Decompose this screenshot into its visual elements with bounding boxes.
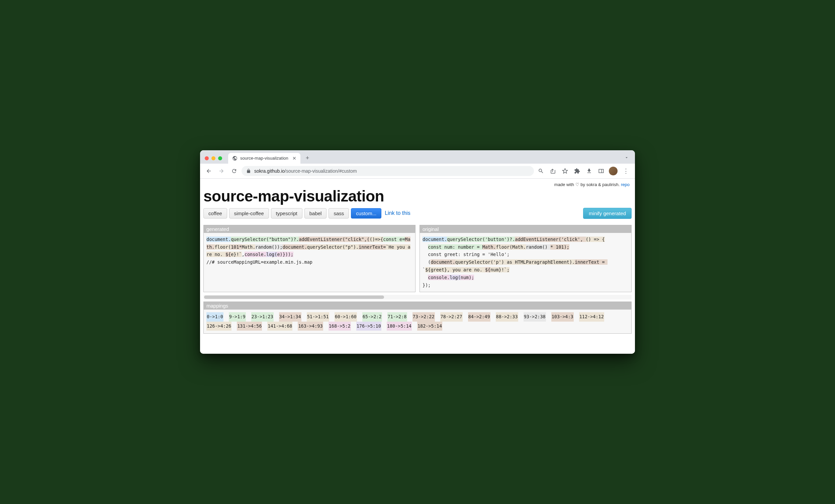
scrollbar-thumb[interactable] <box>204 296 384 299</box>
code-segment[interactable]: document. <box>430 259 455 265</box>
code-segment[interactable]: log( <box>266 252 277 257</box>
window-close-button[interactable] <box>205 156 209 160</box>
mapping-token[interactable]: 88->2:33 <box>496 312 518 322</box>
mapping-token[interactable]: 182->5:14 <box>417 322 442 331</box>
search-button[interactable] <box>536 166 546 176</box>
code-segment[interactable]: querySelector('button')?. <box>447 237 515 242</box>
nav-reload-button[interactable] <box>229 166 240 176</box>
code-segment[interactable]: num); <box>461 275 474 280</box>
code-segment[interactable]: console. <box>428 275 450 280</box>
code-segment[interactable]: 101* <box>231 244 242 250</box>
code-segment[interactable]: document. <box>206 237 231 242</box>
mapping-token[interactable]: 71->2:8 <box>387 312 407 322</box>
mapping-token[interactable]: 180->5:14 <box>387 322 412 331</box>
nav-back-button[interactable] <box>203 166 214 176</box>
mapping-token[interactable]: 34->1:34 <box>279 312 301 322</box>
code-segment[interactable]: Math. <box>242 244 256 250</box>
mapping-token[interactable]: 112->4:12 <box>579 312 604 322</box>
code-segment[interactable]: document. <box>283 244 307 250</box>
mapping-token[interactable]: 126->4:26 <box>206 322 231 331</box>
minify-generated-button[interactable]: minify generated <box>583 208 632 219</box>
code-segment[interactable]: querySelector("p"). <box>307 244 359 250</box>
code-segment[interactable]: innerText= <box>359 244 386 250</box>
code-segment[interactable]: Math. <box>483 244 496 250</box>
code-segment[interactable]: Math. <box>512 244 526 250</box>
mapping-token[interactable]: 65->2:2 <box>362 312 382 322</box>
side-panel-button[interactable] <box>596 166 606 176</box>
code-segment[interactable]: () => { <box>586 237 605 242</box>
nav-forward-button[interactable] <box>216 166 227 176</box>
code-segment[interactable]: }); <box>423 282 430 288</box>
code-segment[interactable] <box>423 275 428 280</box>
preset-typescript-button[interactable]: typescript <box>271 208 302 219</box>
mapping-token[interactable]: 163->4:93 <box>298 322 323 331</box>
lock-icon <box>246 169 251 173</box>
preset-simple-coffee-button[interactable]: simple-coffee <box>229 208 269 219</box>
code-segment[interactable]: ${ <box>225 252 231 257</box>
avatar[interactable] <box>609 167 617 175</box>
code-segment[interactable]: floor( <box>496 244 512 250</box>
code-segment[interactable] <box>423 244 428 250</box>
mapping-token[interactable]: 168->5:2 <box>328 322 351 331</box>
mapping-token[interactable]: 93->2:38 <box>524 312 546 322</box>
code-segment[interactable]: ${greet}, you are no. <box>425 267 485 273</box>
new-tab-button[interactable]: + <box>303 153 312 163</box>
mappings-list[interactable]: 0->1:09->1:923->1:2334->1:3451->1:5160->… <box>204 309 631 333</box>
mapping-token[interactable]: 78->2:27 <box>440 312 463 322</box>
mapping-token[interactable]: 103->4:3 <box>551 312 574 322</box>
tab-list-chevron[interactable] <box>622 154 632 163</box>
code-segment[interactable]: floor( <box>215 244 231 250</box>
extensions-button[interactable] <box>572 166 582 176</box>
address-bar-row: sokra.github.io/source-map-visualization… <box>200 164 635 179</box>
code-segment[interactable]: e}!` <box>231 252 242 257</box>
mapping-token[interactable]: 51->1:51 <box>307 312 329 322</box>
preset-coffee-button[interactable]: coffee <box>203 208 227 219</box>
code-segment[interactable]: e)})); <box>277 252 293 257</box>
mapping-token[interactable]: 23->1:23 <box>251 312 274 322</box>
code-segment[interactable]: log( <box>450 275 461 280</box>
address-bar[interactable]: sokra.github.io/source-map-visualization… <box>242 166 534 176</box>
mapping-token[interactable]: 60->1:60 <box>334 312 357 322</box>
mapping-token[interactable]: 141->4:68 <box>267 322 292 331</box>
code-segment[interactable]: , <box>242 252 245 257</box>
code-segment[interactable]: ${ <box>485 267 490 273</box>
code-segment[interactable]: ()=>{ <box>370 237 383 242</box>
link-to-this[interactable]: Link to this <box>385 210 410 216</box>
mapping-token[interactable]: 73->2:22 <box>412 312 435 322</box>
code-segment[interactable]: addEventListener("click",( <box>299 237 369 242</box>
browser-menu-button[interactable]: ⋮ <box>620 167 632 175</box>
preset-babel-button[interactable]: babel <box>304 208 327 219</box>
code-segment[interactable]: num}!`; <box>490 267 509 273</box>
code-segment[interactable]: querySelector("button")?. <box>231 237 299 242</box>
code-segment[interactable]: console. <box>245 252 266 257</box>
browser-tab[interactable]: source-map-visualization ✕ <box>228 153 300 164</box>
code-segment[interactable]: const num: number = <box>428 244 483 250</box>
code-segment[interactable]: document. <box>423 237 447 242</box>
mapping-token[interactable]: 84->2:49 <box>468 312 490 322</box>
mapping-token[interactable]: 0->1:0 <box>206 312 223 322</box>
code-segment[interactable]: innerText = <box>575 259 608 265</box>
close-icon[interactable]: ✕ <box>292 156 297 161</box>
downloads-button[interactable] <box>584 166 594 176</box>
mapping-token[interactable]: 131->4:56 <box>237 322 262 331</box>
code-segment[interactable]: random()); <box>255 244 282 250</box>
horizontal-scrollbar[interactable] <box>203 295 632 300</box>
mapping-token[interactable]: 176->5:10 <box>356 322 381 331</box>
code-segment[interactable]: ` <box>423 267 425 273</box>
bookmark-button[interactable] <box>560 166 570 176</box>
original-code[interactable]: document.querySelector('button')?.addEve… <box>420 233 631 292</box>
window-minimize-button[interactable] <box>211 156 216 160</box>
repo-link[interactable]: repo <box>621 182 630 187</box>
preset-sass-button[interactable]: sass <box>328 208 349 219</box>
generated-code[interactable]: document.querySelector("button")?.addEve… <box>204 233 415 269</box>
code-segment[interactable]: * 101); <box>550 244 569 250</box>
mapping-token[interactable]: 9->1:9 <box>229 312 246 322</box>
preset-custom-button[interactable]: custom... <box>351 208 381 219</box>
code-segment[interactable]: querySelector('p') as HTMLParagraphEleme… <box>455 259 575 265</box>
chevron-down-icon <box>624 155 629 160</box>
window-maximize-button[interactable] <box>218 156 222 160</box>
code-segment[interactable]: const e= <box>383 237 405 242</box>
code-segment[interactable]: random() <box>526 244 550 250</box>
code-segment[interactable]: addEventListener('click', <box>515 237 586 242</box>
share-button[interactable] <box>548 166 558 176</box>
